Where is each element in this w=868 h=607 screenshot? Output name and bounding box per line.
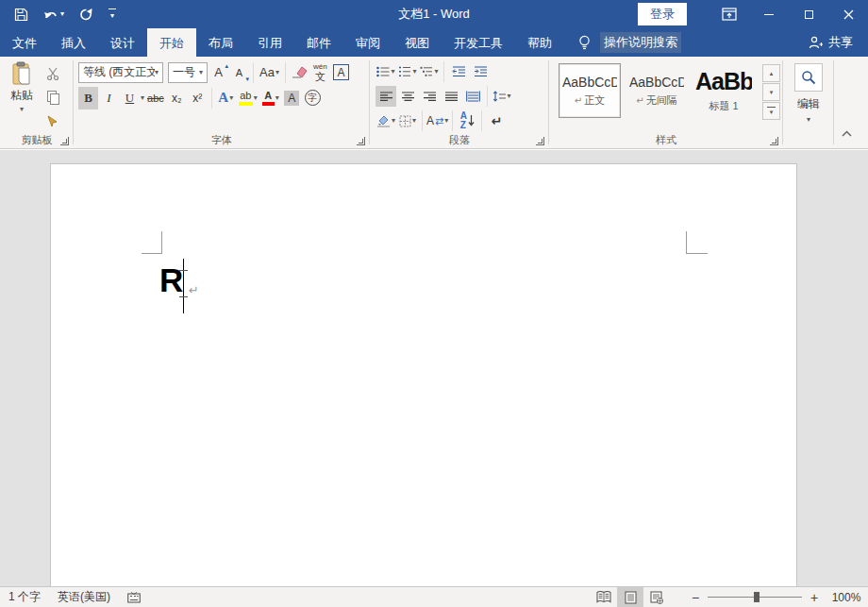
style-no-spacing[interactable]: AaBbCcDc ↵无间隔 xyxy=(626,63,688,118)
superscript-button[interactable]: x² xyxy=(188,87,208,110)
editing-group: 编辑 ▾ xyxy=(783,57,834,148)
tab-developer[interactable]: 开发工具 xyxy=(442,28,515,57)
undo-dropdown-icon[interactable]: ▾ xyxy=(60,10,64,18)
bullets-button[interactable]: ▾ xyxy=(376,61,396,82)
style-normal[interactable]: AaBbCcDc ↵正文 xyxy=(559,63,621,118)
styles-gallery-more-button[interactable]: ▾ xyxy=(762,102,780,120)
zoom-control: − + xyxy=(685,590,825,605)
show-hide-marks-button[interactable]: ↵ xyxy=(486,110,507,131)
find-button[interactable] xyxy=(794,63,823,92)
font-color-button[interactable]: A ▾ xyxy=(260,87,281,110)
collapse-ribbon-button[interactable] xyxy=(836,126,857,141)
style-heading1[interactable]: AaBb 标题 1 xyxy=(693,63,755,118)
input-mode-icon[interactable] xyxy=(119,592,149,603)
zoom-out-button[interactable]: − xyxy=(685,590,706,605)
multilevel-list-button[interactable]: ▾ xyxy=(419,61,440,82)
styles-scroll-down-button[interactable]: ▾ xyxy=(762,83,780,101)
language-indicator[interactable]: 英语(美国) xyxy=(49,589,119,605)
zoom-in-button[interactable]: + xyxy=(804,590,825,605)
editing-dropdown-icon[interactable]: ▾ xyxy=(807,116,810,124)
customize-quick-access-toolbar-button[interactable]: ▾ xyxy=(108,8,116,20)
paragraph-group: ▾ ▾ ▾ xyxy=(370,57,549,148)
tab-file[interactable]: 文件 xyxy=(0,28,49,57)
web-layout-view-button[interactable] xyxy=(643,587,670,607)
character-border-button[interactable]: A xyxy=(331,61,351,84)
phonetic-guide-button[interactable]: wén 文 xyxy=(310,61,330,84)
font-name-value: 等线 (西文正文 xyxy=(83,64,155,80)
asian-layout-button[interactable]: A⇄▾ xyxy=(426,110,448,131)
increase-indent-button[interactable] xyxy=(470,61,491,82)
paste-dropdown-icon[interactable]: ▾ xyxy=(20,106,24,113)
font-size-select[interactable]: 一号 ▾ xyxy=(168,62,208,83)
share-button[interactable]: 共享 xyxy=(809,28,868,57)
editing-group-button-label[interactable]: 编辑 xyxy=(797,96,820,112)
zoom-level[interactable]: 100% xyxy=(825,591,868,604)
print-layout-view-button[interactable] xyxy=(617,587,643,607)
word-count[interactable]: 1 个字 xyxy=(0,589,49,605)
paragraph-group-label: 段落 xyxy=(370,133,549,147)
document-page[interactable]: R ↵ xyxy=(50,163,797,586)
underline-button[interactable]: U xyxy=(120,87,140,110)
tab-review[interactable]: 审阅 xyxy=(343,28,392,57)
format-painter-button[interactable] xyxy=(42,110,64,131)
decrease-indent-button[interactable] xyxy=(448,61,469,82)
zoom-slider-thumb[interactable] xyxy=(754,592,760,602)
change-case-button[interactable]: Aa▾ xyxy=(258,61,281,84)
zoom-slider[interactable] xyxy=(708,597,802,598)
tab-references[interactable]: 引用 xyxy=(245,28,294,57)
paste-label: 粘贴 xyxy=(10,88,33,104)
close-button[interactable] xyxy=(828,0,868,28)
strikethrough-button[interactable]: abc xyxy=(145,87,166,110)
shrink-font-button[interactable]: A▾ xyxy=(229,61,249,84)
document-area[interactable]: R ↵ xyxy=(0,150,868,586)
read-mode-view-button[interactable] xyxy=(591,587,617,607)
subscript-button[interactable]: x₂ xyxy=(167,87,187,110)
grow-font-button[interactable]: A▴ xyxy=(209,61,228,84)
styles-scroll-up-button[interactable]: ▴ xyxy=(762,64,780,82)
italic-button[interactable]: I xyxy=(99,87,119,110)
line-spacing-button[interactable]: ▾ xyxy=(492,86,512,107)
distributed-button[interactable] xyxy=(462,86,483,107)
character-shading-button[interactable]: A xyxy=(282,87,302,110)
justify-button[interactable] xyxy=(441,86,461,107)
styles-dialog-launcher[interactable] xyxy=(770,137,778,145)
numbering-button[interactable]: ▾ xyxy=(397,61,418,82)
paragraph-dialog-launcher[interactable] xyxy=(536,137,544,145)
tab-help[interactable]: 帮助 xyxy=(515,28,564,57)
align-right-button[interactable] xyxy=(419,86,440,107)
sign-in-button[interactable]: 登录 xyxy=(638,3,687,25)
shading-button[interactable]: ▾ xyxy=(376,110,396,131)
clear-formatting-button[interactable] xyxy=(290,61,309,84)
text-highlight-color-button[interactable]: ab ▾ xyxy=(237,87,259,110)
tab-mailings[interactable]: 邮件 xyxy=(294,28,343,57)
tab-layout[interactable]: 布局 xyxy=(196,28,245,57)
tab-design[interactable]: 设计 xyxy=(98,28,147,57)
cut-button[interactable] xyxy=(42,63,64,84)
align-left-button[interactable] xyxy=(376,86,396,107)
maximize-button[interactable] xyxy=(789,0,828,28)
font-size-value: 一号 xyxy=(173,64,195,80)
undo-button[interactable]: ▾ xyxy=(43,8,64,21)
bold-button[interactable]: B xyxy=(78,87,98,110)
tab-home[interactable]: 开始 xyxy=(147,28,196,57)
font-dialog-launcher[interactable] xyxy=(357,137,365,145)
clipboard-dialog-launcher[interactable] xyxy=(60,137,69,145)
minimize-button[interactable] xyxy=(749,0,789,28)
paste-button[interactable]: 粘贴 ▾ xyxy=(2,59,42,133)
redo-button[interactable] xyxy=(79,8,93,22)
copy-button[interactable] xyxy=(42,87,64,108)
tab-insert[interactable]: 插入 xyxy=(49,28,98,57)
save-icon[interactable] xyxy=(14,8,28,22)
sort-button[interactable]: AZ xyxy=(457,110,477,131)
tell-me-search-input[interactable]: 操作说明搜索 xyxy=(600,32,681,53)
ribbon-display-options-icon[interactable] xyxy=(709,0,749,28)
document-text[interactable]: R xyxy=(159,262,183,299)
text-effects-button[interactable]: A▾ xyxy=(216,87,236,110)
tab-view[interactable]: 视图 xyxy=(392,28,442,57)
enclose-characters-button[interactable]: 字 xyxy=(303,87,323,110)
borders-button[interactable]: ▾ xyxy=(397,110,418,131)
lightbulb-icon xyxy=(577,35,592,51)
underline-dropdown-icon[interactable]: ▾ xyxy=(141,94,144,102)
font-name-select[interactable]: 等线 (西文正文 ▾ xyxy=(78,62,163,83)
align-center-button[interactable] xyxy=(397,86,418,107)
